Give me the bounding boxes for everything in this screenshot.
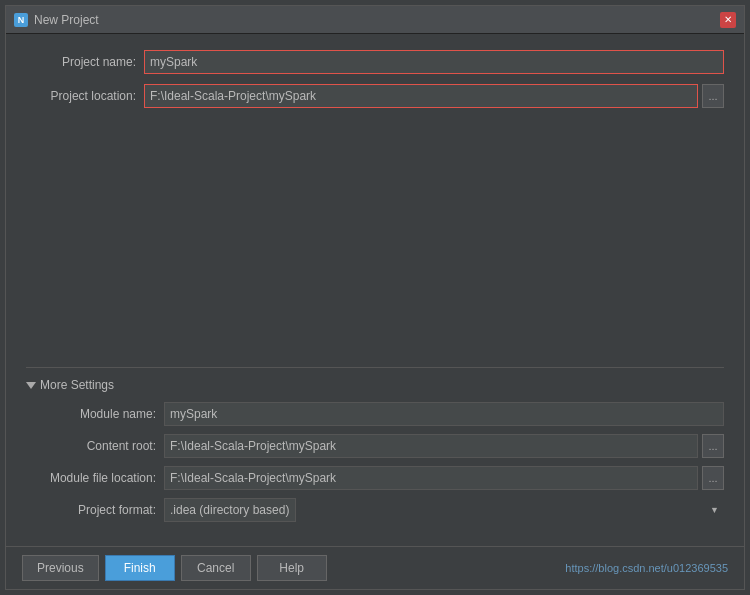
more-settings-toggle[interactable]: More Settings xyxy=(26,378,724,392)
module-file-location-input[interactable] xyxy=(164,466,698,490)
project-format-dropdown[interactable]: .idea (directory based) xyxy=(164,498,296,522)
title-bar-left: N New Project xyxy=(14,13,99,27)
module-name-input[interactable] xyxy=(164,402,724,426)
footer-url: https://blog.csdn.net/u012369535 xyxy=(333,562,728,574)
dialog-icon: N xyxy=(14,13,28,27)
module-file-location-input-wrap: ... xyxy=(164,466,724,490)
project-location-input-wrap: ... xyxy=(144,84,724,108)
cancel-button[interactable]: Cancel xyxy=(181,555,251,581)
new-project-dialog: N New Project ✕ Project name: Project lo… xyxy=(5,5,745,590)
close-button[interactable]: ✕ xyxy=(720,12,736,28)
project-name-input[interactable] xyxy=(144,50,724,74)
module-file-browse-button[interactable]: ... xyxy=(702,466,724,490)
module-file-location-label: Module file location: xyxy=(26,471,156,485)
module-file-location-row: Module file location: ... xyxy=(26,466,724,490)
empty-content-area xyxy=(26,118,724,357)
project-location-label: Project location: xyxy=(26,89,136,103)
content-root-input[interactable] xyxy=(164,434,698,458)
finish-button[interactable]: Finish xyxy=(105,555,175,581)
dialog-body: Project name: Project location: ... More… xyxy=(6,34,744,546)
title-bar: N New Project ✕ xyxy=(6,6,744,34)
project-format-label: Project format: xyxy=(26,503,156,517)
more-settings-label: More Settings xyxy=(40,378,114,392)
dialog-footer: Previous Finish Cancel Help https://blog… xyxy=(6,546,744,589)
project-location-browse-button[interactable]: ... xyxy=(702,84,724,108)
module-name-row: Module name: xyxy=(26,402,724,426)
project-format-dropdown-wrap: .idea (directory based) xyxy=(164,498,724,522)
project-name-input-wrap xyxy=(144,50,724,74)
content-root-row: Content root: ... xyxy=(26,434,724,458)
module-name-label: Module name: xyxy=(26,407,156,421)
project-format-row: Project format: .idea (directory based) xyxy=(26,498,724,522)
project-location-input[interactable] xyxy=(144,84,698,108)
content-root-label: Content root: xyxy=(26,439,156,453)
dialog-title: New Project xyxy=(34,13,99,27)
previous-button[interactable]: Previous xyxy=(22,555,99,581)
project-name-label: Project name: xyxy=(26,55,136,69)
content-root-input-wrap: ... xyxy=(164,434,724,458)
project-name-row: Project name: xyxy=(26,50,724,74)
expand-triangle-icon xyxy=(26,382,36,389)
content-root-browse-button[interactable]: ... xyxy=(702,434,724,458)
project-location-row: Project location: ... xyxy=(26,84,724,108)
project-format-input-wrap: .idea (directory based) xyxy=(164,498,724,522)
help-button[interactable]: Help xyxy=(257,555,327,581)
module-name-input-wrap xyxy=(164,402,724,426)
more-settings-section: More Settings Module name: Content root:… xyxy=(26,367,724,530)
